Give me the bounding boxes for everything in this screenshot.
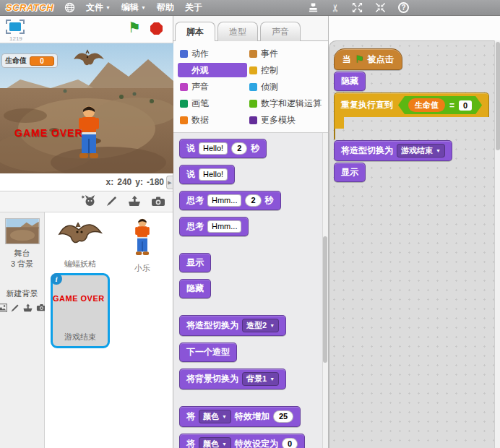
next-costume-block[interactable]: 下一个造型 xyxy=(179,343,237,362)
number-input[interactable]: 2 xyxy=(245,194,261,207)
say-for-secs-block[interactable]: 说 Hello! 2 秒 xyxy=(179,139,267,158)
data-color-swatch xyxy=(180,116,188,124)
dropdown-value: 背景1 xyxy=(246,374,267,384)
sprite-info-icon[interactable]: i xyxy=(51,273,62,285)
menu-help[interactable]: 帮助 xyxy=(157,1,174,14)
hide-block[interactable]: 隐藏 xyxy=(179,279,211,298)
paint-new-sprite-icon[interactable] xyxy=(105,195,118,210)
help-icon[interactable]: ? xyxy=(398,2,409,13)
bat-sprite-on-stage[interactable] xyxy=(72,48,105,73)
more-blocks-color-swatch xyxy=(249,116,257,124)
tab-scripts[interactable]: 脚本 xyxy=(175,22,215,41)
sprite-item-bat[interactable]: 蝙蝠妖精 xyxy=(51,218,110,270)
fullscreen-icon[interactable] xyxy=(6,20,25,36)
repeat-until-block[interactable]: 重复执行直到 生命值 = 0 ↻ xyxy=(334,92,489,139)
dropdown-arrow-icon: ▼ xyxy=(270,376,275,382)
switch-costume-block-script[interactable]: 将造型切换为 游戏结束▼ xyxy=(334,140,452,161)
menu-about-label: 关于 xyxy=(185,1,202,14)
text-input[interactable]: Hello! xyxy=(199,142,228,155)
new-sprite-library-icon[interactable] xyxy=(82,194,96,210)
show-block[interactable]: 显示 xyxy=(179,253,211,272)
duplicate-stamp-icon[interactable] xyxy=(308,2,319,13)
variable-monitor[interactable]: 生命值 0 xyxy=(1,53,58,68)
menu-edit[interactable]: 编辑 ▼ xyxy=(121,1,146,14)
language-globe-icon[interactable] xyxy=(64,2,75,13)
chevron-down-icon: ▼ xyxy=(105,5,111,10)
scratch-logo[interactable]: SCRATCH xyxy=(6,2,53,13)
effect-dropdown[interactable]: 颜色▼ xyxy=(199,437,231,448)
upload-sprite-icon[interactable] xyxy=(127,195,142,209)
change-effect-block[interactable]: 将 颜色▼ 特效增加 25 xyxy=(179,406,301,427)
operators-color-swatch xyxy=(249,100,257,108)
paint-backdrop-icon[interactable] xyxy=(10,303,20,314)
category-events[interactable]: 事件 xyxy=(247,46,326,61)
category-looks[interactable]: 外观 xyxy=(178,63,247,77)
scripts-scrollbar-thumb[interactable] xyxy=(496,42,500,150)
set-effect-block[interactable]: 将 颜色▼ 特效设定为 0 xyxy=(179,434,305,448)
variable-reporter[interactable]: 生命值 xyxy=(408,98,445,112)
backdrop-dropdown[interactable]: 背景1▼ xyxy=(242,372,279,386)
backdrop-library-icon[interactable] xyxy=(0,303,7,314)
text-input[interactable]: Hello! xyxy=(199,168,228,181)
category-motion[interactable]: 动作 xyxy=(178,46,247,61)
palette-scrollbar-thumb[interactable] xyxy=(323,236,327,363)
scripts-scrollbar[interactable] xyxy=(494,40,500,448)
dropdown-arrow-icon: ▼ xyxy=(436,148,441,153)
shrink-sprite-icon[interactable] xyxy=(375,2,386,13)
sensing-color-swatch xyxy=(249,83,257,91)
number-input[interactable]: 0 xyxy=(282,438,298,448)
category-sensing[interactable]: 侦测 xyxy=(247,79,326,94)
stop-button[interactable] xyxy=(150,22,163,35)
text-input[interactable]: Hmm... xyxy=(207,220,241,233)
chevron-down-icon: ▼ xyxy=(141,5,146,10)
category-control[interactable]: 控制 xyxy=(247,63,326,77)
c-block-slot[interactable] xyxy=(344,117,489,129)
think-for-secs-block[interactable]: 思考 Hmm... 2 秒 xyxy=(179,191,281,210)
game-over-stage-text: GAME OVER xyxy=(14,127,83,139)
delete-scissors-icon[interactable]: ✂ xyxy=(329,4,341,12)
sprite-item-boy[interactable]: 小乐 xyxy=(113,218,172,274)
category-label: 数字和逻辑运算 xyxy=(261,98,322,110)
text-input[interactable]: Hmm... xyxy=(207,194,241,207)
when-flag-clicked-block[interactable]: 当 ⚑ 被点击 xyxy=(334,48,402,70)
dropdown-value: 颜色 xyxy=(203,411,219,422)
tab-costumes[interactable]: 造型 xyxy=(217,22,258,41)
grow-sprite-icon[interactable] xyxy=(352,2,363,13)
block-label: 说 xyxy=(186,168,195,181)
costume-dropdown[interactable]: 造型2▼ xyxy=(242,319,279,332)
upload-backdrop-icon[interactable] xyxy=(22,303,33,314)
stage[interactable]: GAME OVER 生命值 0 xyxy=(0,43,173,173)
switch-costume-block[interactable]: 将造型切换为 造型2▼ xyxy=(179,315,286,336)
stage-selector[interactable]: 舞台 3 背景 新建背景 xyxy=(0,212,45,448)
camera-sprite-icon[interactable] xyxy=(151,196,165,209)
new-sprite-toolbar xyxy=(0,192,173,212)
palette-collapse-arrow[interactable]: ▶ xyxy=(166,176,173,189)
category-operators[interactable]: 数字和逻辑运算 xyxy=(247,96,326,111)
show-block-script[interactable]: 显示 xyxy=(334,163,366,182)
category-more[interactable]: 更多模块 xyxy=(247,113,326,127)
equals-condition[interactable]: 生命值 = 0 xyxy=(398,96,482,114)
block-label: 特效增加 xyxy=(235,410,270,423)
category-data[interactable]: 数据 xyxy=(178,113,247,127)
menu-file-label: 文件 xyxy=(86,1,103,14)
green-flag-button[interactable]: ⚑ xyxy=(128,20,141,35)
costume-dropdown[interactable]: 游戏结束▼ xyxy=(397,144,445,158)
x-label: x: xyxy=(106,177,114,187)
block-label: 下一个造型 xyxy=(186,346,230,358)
number-input[interactable]: 0 xyxy=(459,100,472,111)
tab-sounds[interactable]: 声音 xyxy=(260,22,301,41)
menu-file[interactable]: 文件 ▼ xyxy=(86,1,111,14)
effect-dropdown[interactable]: 颜色▼ xyxy=(199,410,231,423)
menu-about[interactable]: 关于 xyxy=(185,1,202,14)
switch-backdrop-block[interactable]: 将背景切换为 背景1▼ xyxy=(179,369,286,389)
number-input[interactable]: 2 xyxy=(231,142,247,155)
number-input[interactable]: 25 xyxy=(273,410,293,423)
sprite-item-gameover-selected[interactable]: i GAME OVER 游戏结束 xyxy=(51,273,110,348)
say-block[interactable]: 说 Hello! xyxy=(179,165,235,184)
category-sound[interactable]: 声音 xyxy=(178,79,247,94)
block-label: 思考 xyxy=(186,220,204,233)
hide-block-script[interactable]: 隐藏 xyxy=(334,72,366,91)
category-pen[interactable]: 画笔 xyxy=(178,96,247,111)
think-block[interactable]: 思考 Hmm... xyxy=(179,217,249,236)
script-area[interactable]: 当 ⚑ 被点击 隐藏 重复执行直到 生命值 = 0 ↻ xyxy=(329,40,494,448)
